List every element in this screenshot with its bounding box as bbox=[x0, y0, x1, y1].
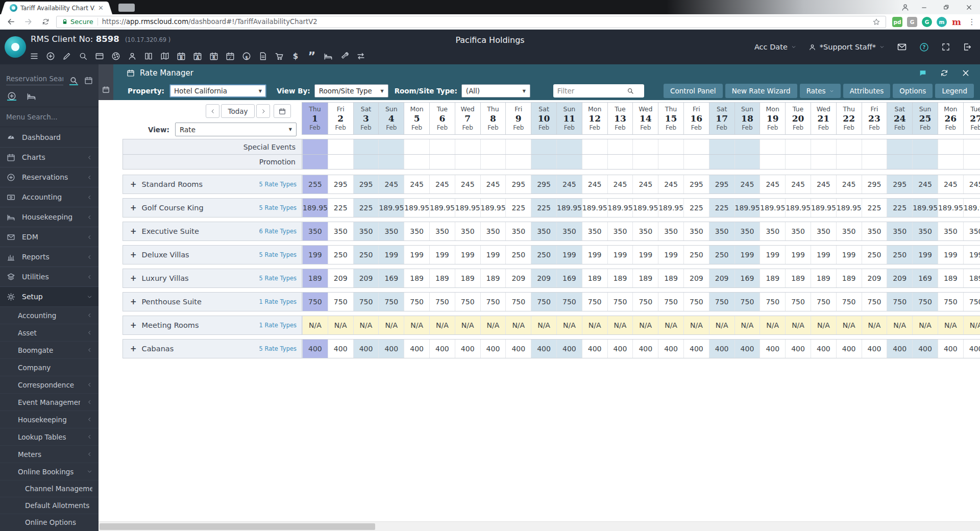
rate-cell[interactable]: 209 bbox=[887, 269, 912, 287]
special-cell[interactable] bbox=[556, 139, 582, 154]
rate-cell[interactable]: N/A bbox=[938, 316, 963, 334]
view-by-select[interactable]: Room/Site Type▼ bbox=[314, 84, 388, 98]
rate-cell[interactable]: 245 bbox=[963, 175, 980, 194]
sidebar-item-housekeeping[interactable]: Housekeeping bbox=[0, 207, 99, 227]
rate-cell[interactable]: 400 bbox=[785, 340, 811, 358]
rate-cell[interactable]: 189.95 bbox=[607, 199, 633, 217]
rate-cell[interactable]: 400 bbox=[531, 340, 556, 358]
rate-cell[interactable]: 350 bbox=[632, 222, 658, 240]
rate-cell[interactable]: N/A bbox=[582, 316, 607, 334]
user-menu[interactable]: *Support Staff* bbox=[808, 43, 885, 51]
special-cell[interactable] bbox=[811, 139, 836, 154]
rate-cell[interactable]: 169 bbox=[378, 269, 404, 287]
rate-cell[interactable]: 199 bbox=[607, 246, 633, 264]
special-cell[interactable] bbox=[734, 139, 760, 154]
search-icon[interactable] bbox=[79, 52, 88, 61]
rate-cell[interactable]: 189.95 bbox=[404, 199, 429, 217]
rate-cell[interactable]: 750 bbox=[404, 293, 429, 311]
rate-cell[interactable]: 750 bbox=[353, 293, 379, 311]
rate-cell[interactable]: N/A bbox=[683, 316, 709, 334]
rate-cell[interactable]: 400 bbox=[938, 340, 963, 358]
sidebar-item-charts[interactable]: Charts bbox=[0, 147, 99, 167]
special-cell[interactable] bbox=[836, 139, 862, 154]
rate-cell[interactable]: N/A bbox=[760, 316, 785, 334]
scrollbar-thumb[interactable] bbox=[100, 523, 375, 530]
special-cell[interactable] bbox=[353, 139, 379, 154]
rate-cell[interactable]: 245 bbox=[480, 175, 506, 194]
legend-button[interactable]: Legend bbox=[935, 84, 974, 98]
calendar-a-icon[interactable]: A bbox=[193, 52, 202, 61]
acc-date-dropdown[interactable]: Acc Date bbox=[754, 43, 796, 51]
special-cell[interactable] bbox=[658, 139, 683, 154]
rate-cell[interactable]: 250 bbox=[862, 246, 887, 264]
extension-icon-m-2ab5ad[interactable]: m bbox=[937, 17, 947, 27]
rate-cell[interactable]: 189 bbox=[760, 269, 785, 287]
rate-cell[interactable]: 189.95 bbox=[658, 199, 683, 217]
extension-icon-g-a6a6a6[interactable]: G bbox=[907, 17, 917, 27]
rate-cell[interactable]: 750 bbox=[862, 293, 887, 311]
rate-cell[interactable]: 189.95 bbox=[556, 199, 582, 217]
rate-cell[interactable]: 750 bbox=[836, 293, 862, 311]
rate-cell[interactable]: 400 bbox=[632, 340, 658, 358]
rate-cell[interactable]: 400 bbox=[556, 340, 582, 358]
sidebar-item-online-options[interactable]: Online Options bbox=[0, 514, 99, 530]
quote-icon[interactable] bbox=[307, 52, 316, 61]
rate-cell[interactable]: 295 bbox=[328, 175, 353, 194]
calendar-b-icon[interactable]: B bbox=[177, 52, 186, 61]
tab-close-icon[interactable]: ✕ bbox=[98, 5, 104, 11]
rate-cell[interactable]: 350 bbox=[938, 222, 963, 240]
rate-cell[interactable]: 350 bbox=[556, 222, 582, 240]
rate-cell[interactable]: 350 bbox=[760, 222, 785, 240]
refresh-icon[interactable] bbox=[940, 69, 948, 77]
rate-cell[interactable]: 189.95 bbox=[963, 199, 980, 217]
sidebar-item-setup[interactable]: Setup bbox=[0, 286, 99, 306]
special-cell[interactable] bbox=[607, 139, 633, 154]
rate-cell[interactable]: 750 bbox=[632, 293, 658, 311]
rate-cell[interactable]: 199 bbox=[556, 246, 582, 264]
rate-cell[interactable]: 750 bbox=[912, 293, 938, 311]
room-site-type-select[interactable]: (All)▼ bbox=[461, 84, 530, 98]
rate-cell[interactable]: 225 bbox=[328, 199, 353, 217]
rate-cell[interactable]: 400 bbox=[683, 340, 709, 358]
filter-input[interactable] bbox=[557, 87, 624, 95]
rate-cell[interactable]: 245 bbox=[811, 175, 836, 194]
sidebar-item-default-allotments[interactable]: Default Allotments bbox=[0, 497, 99, 514]
rate-cell[interactable]: 199 bbox=[632, 246, 658, 264]
new-tab-button[interactable] bbox=[118, 4, 135, 12]
rate-cell[interactable]: N/A bbox=[353, 316, 379, 334]
rate-cell[interactable]: 400 bbox=[963, 340, 980, 358]
horizontal-scrollbar[interactable] bbox=[99, 521, 980, 531]
rate-cell[interactable]: 750 bbox=[455, 293, 480, 311]
rate-cell[interactable]: 199 bbox=[404, 246, 429, 264]
sidebar-item-channel-management[interactable]: Channel Management bbox=[0, 480, 99, 497]
special-cell[interactable] bbox=[938, 155, 963, 169]
rate-cell[interactable]: N/A bbox=[480, 316, 506, 334]
rate-cell[interactable]: 199 bbox=[582, 246, 607, 264]
special-cell[interactable] bbox=[811, 155, 836, 169]
rate-cell[interactable]: 189.95 bbox=[378, 199, 404, 217]
rate-cell[interactable]: 295 bbox=[505, 175, 531, 194]
rate-cell[interactable]: 189.95 bbox=[302, 199, 328, 217]
rate-cell[interactable]: 750 bbox=[429, 293, 455, 311]
rate-types-link[interactable]: 5 Rate Types bbox=[259, 181, 297, 188]
property-select[interactable]: Hotel California▼ bbox=[169, 84, 266, 98]
rate-cell[interactable]: 750 bbox=[480, 293, 506, 311]
rate-cell[interactable]: 350 bbox=[480, 222, 506, 240]
rate-cell[interactable]: 350 bbox=[887, 222, 912, 240]
rate-cell[interactable]: 189.95 bbox=[811, 199, 836, 217]
rate-cell[interactable]: 225 bbox=[887, 199, 912, 217]
special-cell[interactable] bbox=[353, 155, 379, 169]
rates-button[interactable]: Rates bbox=[800, 84, 841, 98]
rate-cell[interactable]: 750 bbox=[683, 293, 709, 311]
rate-cell[interactable]: 750 bbox=[505, 293, 531, 311]
rate-cell[interactable]: N/A bbox=[709, 316, 734, 334]
special-cell[interactable] bbox=[328, 139, 353, 154]
special-cell[interactable] bbox=[582, 155, 607, 169]
rate-cell[interactable]: 189 bbox=[455, 269, 480, 287]
ledger-icon[interactable] bbox=[144, 52, 153, 61]
menu-icon[interactable] bbox=[30, 52, 39, 61]
rate-cell[interactable]: 750 bbox=[556, 293, 582, 311]
rate-cell[interactable]: 189.95 bbox=[785, 199, 811, 217]
rate-cell[interactable]: 350 bbox=[734, 222, 760, 240]
attributes-button[interactable]: Attributes bbox=[843, 84, 891, 98]
